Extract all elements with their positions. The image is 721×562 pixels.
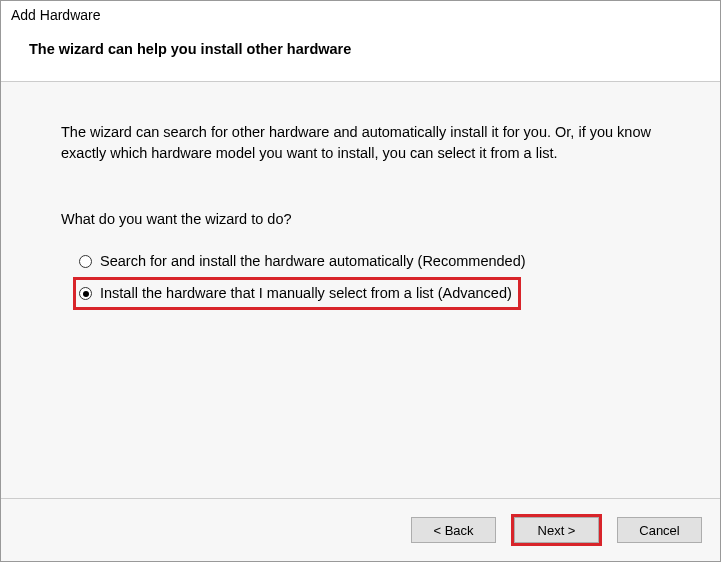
radio-input-manual[interactable] — [79, 287, 92, 300]
wizard-window: Add Hardware The wizard can help you ins… — [0, 0, 721, 562]
radio-option-manual[interactable]: Install the hardware that I manually sel… — [73, 277, 521, 310]
back-button[interactable]: < Back — [411, 517, 496, 543]
window-title: Add Hardware — [1, 1, 720, 23]
radio-label-manual[interactable]: Install the hardware that I manually sel… — [100, 283, 512, 304]
next-button[interactable]: Next > — [514, 517, 599, 543]
description-text: The wizard can search for other hardware… — [61, 122, 670, 164]
wizard-header: The wizard can help you install other ha… — [1, 23, 720, 82]
wizard-content: The wizard can search for other hardware… — [1, 82, 720, 498]
radio-label-auto[interactable]: Search for and install the hardware auto… — [100, 251, 526, 272]
question-text: What do you want the wizard to do? — [61, 209, 670, 230]
radio-input-auto[interactable] — [79, 255, 92, 268]
wizard-footer: < Back Next > Cancel — [1, 498, 720, 561]
cancel-button[interactable]: Cancel — [617, 517, 702, 543]
radio-option-auto[interactable]: Search for and install the hardware auto… — [76, 248, 532, 275]
radio-group: Search for and install the hardware auto… — [61, 248, 670, 310]
